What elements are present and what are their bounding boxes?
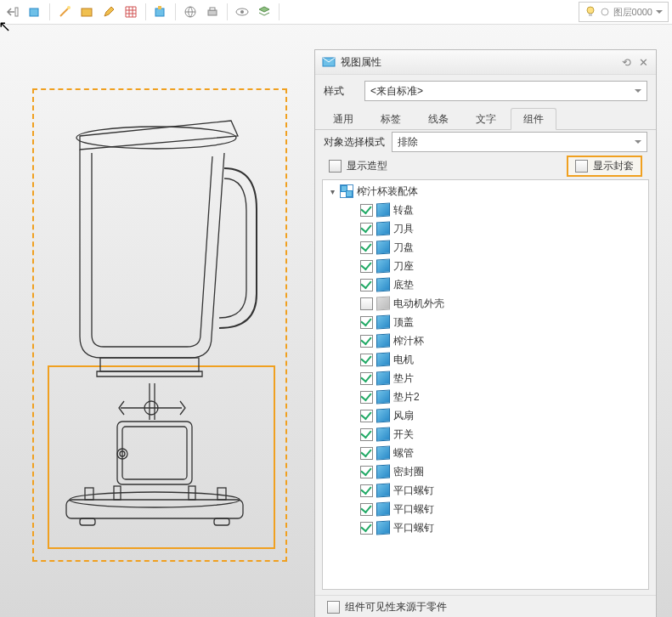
edit-icon[interactable] <box>99 3 118 21</box>
chevron-down-icon <box>635 140 641 144</box>
svg-rect-28 <box>80 518 95 525</box>
part-icon <box>376 445 390 460</box>
tab-general[interactable]: 通用 <box>320 108 366 130</box>
checkbox-icon[interactable] <box>360 428 373 441</box>
tree-item-label: 底垫 <box>393 278 414 292</box>
tree-item[interactable]: 垫片 <box>323 369 648 388</box>
tab-lines[interactable]: 线条 <box>415 108 461 130</box>
svg-rect-3 <box>82 8 92 16</box>
show-envelope-check[interactable]: 显示封套 <box>567 156 642 177</box>
tree-item[interactable]: 刀盘 <box>323 238 648 257</box>
pin-icon[interactable]: ⟲ <box>620 56 632 68</box>
show-envelope-label: 显示封套 <box>593 159 634 173</box>
tree-item-label: 榨汁杯 <box>393 334 424 348</box>
style-label: 样式 <box>324 84 358 99</box>
drawing-canvas[interactable] <box>0 24 314 617</box>
component-tree[interactable]: ▾榨汁杯装配体转盘刀具刀盘刀座底垫电动机外壳顶盖榨汁杯电机垫片垫片2风扇开关螺管… <box>322 179 649 590</box>
part-icon <box>376 333 390 348</box>
tree-root-label: 榨汁杯装配体 <box>357 184 418 199</box>
tree-item[interactable]: 开关 <box>323 425 648 444</box>
tree-root[interactable]: ▾榨汁杯装配体 <box>323 182 648 201</box>
svg-rect-1 <box>30 8 38 16</box>
grid-icon[interactable] <box>121 3 140 21</box>
footer-check[interactable]: 组件可见性来源于零件 <box>315 595 656 617</box>
tab-components[interactable]: 组件 <box>511 108 556 130</box>
wand-icon[interactable] <box>55 3 74 21</box>
svg-rect-15 <box>100 358 199 371</box>
tree-item[interactable]: 密封圈 <box>323 462 648 481</box>
checkbox-icon[interactable] <box>360 447 373 460</box>
expander-icon[interactable]: ▾ <box>328 187 336 196</box>
part-icon <box>376 221 390 235</box>
checkbox-icon[interactable] <box>360 316 373 329</box>
separator <box>279 3 280 20</box>
tab-label[interactable]: 标签 <box>368 108 414 130</box>
tab-text[interactable]: 文字 <box>463 108 509 130</box>
cube-blue-icon[interactable] <box>25 3 44 21</box>
mode-combo[interactable]: 排除 <box>392 132 647 152</box>
tree-item[interactable]: 平口螺钉 <box>323 481 648 500</box>
checkbox-icon[interactable] <box>360 372 373 385</box>
tree-item[interactable]: 转盘 <box>323 201 648 219</box>
show-model-check[interactable]: 显示造型 <box>329 159 560 173</box>
checkbox-icon[interactable] <box>360 503 373 516</box>
layers-icon[interactable] <box>255 3 274 21</box>
checkbox-icon[interactable] <box>360 241 373 254</box>
tree-item-label: 平口螺钉 <box>393 521 434 535</box>
show-model-label: 显示造型 <box>347 159 387 173</box>
svg-rect-19 <box>117 422 192 484</box>
checkbox-icon[interactable] <box>360 466 373 478</box>
blender-drawing <box>54 116 270 535</box>
export-icon[interactable] <box>3 3 22 21</box>
part-icon <box>376 389 390 404</box>
main-toolbar: 图层0000 <box>0 0 672 25</box>
style-row: 样式 <来自标准> <box>315 75 656 107</box>
part-icon[interactable] <box>151 3 170 21</box>
tree-item[interactable]: 顶盖 <box>323 313 648 331</box>
checkbox-icon[interactable] <box>360 522 373 535</box>
tree-item[interactable]: 螺管 <box>323 444 648 462</box>
checkbox-icon[interactable] <box>360 260 373 273</box>
tree-item[interactable]: 刀座 <box>323 257 648 275</box>
tree-item[interactable]: 刀具 <box>323 219 648 238</box>
separator <box>227 3 228 20</box>
tree-item[interactable]: 平口螺钉 <box>323 518 648 537</box>
checkbox-icon[interactable] <box>360 297 373 310</box>
panel-title: 视图属性 <box>341 55 615 70</box>
checkbox-icon[interactable] <box>360 484 373 497</box>
separator <box>175 3 176 20</box>
part-icon <box>376 408 390 422</box>
tree-item[interactable]: 垫片2 <box>323 388 648 406</box>
tree-item[interactable]: 风扇 <box>323 406 648 425</box>
checkbox-icon[interactable] <box>360 391 373 404</box>
tree-item-label: 螺管 <box>393 446 414 461</box>
assembly-icon <box>340 184 353 198</box>
checkbox-icon[interactable] <box>360 410 373 422</box>
close-icon[interactable]: ✕ <box>637 56 649 68</box>
checkbox-icon[interactable] <box>360 335 373 348</box>
print-icon[interactable] <box>203 3 222 21</box>
tree-item-label: 刀盘 <box>393 241 414 255</box>
tree-item-label: 转盘 <box>393 203 414 218</box>
box-yellow-icon[interactable] <box>77 3 96 21</box>
tree-item-label: 平口螺钉 <box>393 502 434 517</box>
checkbox-icon[interactable] <box>360 223 373 235</box>
checkbox-icon[interactable] <box>360 279 373 292</box>
part-icon <box>376 296 390 310</box>
tree-item-label: 垫片2 <box>393 390 420 405</box>
globe-icon[interactable] <box>181 3 200 21</box>
part-icon <box>376 352 390 366</box>
tree-item[interactable]: 电动机外壳 <box>323 294 648 313</box>
tree-item[interactable]: 底垫 <box>323 275 648 294</box>
tree-item[interactable]: 电机 <box>323 350 648 369</box>
part-icon <box>376 202 390 217</box>
layer-selector[interactable]: 图层0000 <box>579 2 669 22</box>
checkbox-icon <box>329 160 342 173</box>
checkbox-icon[interactable] <box>360 204 373 217</box>
style-combo[interactable]: <来自标准> <box>364 81 647 101</box>
view-icon[interactable] <box>233 3 251 21</box>
checkbox-icon[interactable] <box>360 354 373 366</box>
part-icon <box>376 501 390 516</box>
tree-item[interactable]: 平口螺钉 <box>323 500 648 518</box>
tree-item[interactable]: 榨汁杯 <box>323 331 648 350</box>
